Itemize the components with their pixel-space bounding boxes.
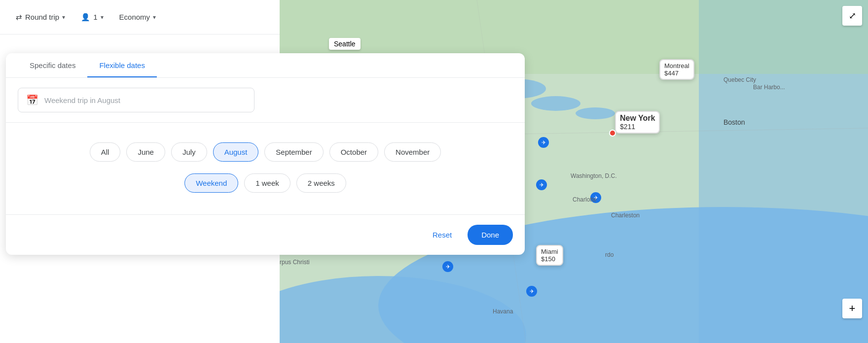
- date-picker-modal: Specific dates Flexible dates 📅 Weekend …: [6, 53, 525, 255]
- month-filter-july[interactable]: July: [171, 142, 207, 162]
- tab-flexible-dates[interactable]: Flexible dates: [87, 53, 157, 77]
- city-pin-miami[interactable]: Miami $150: [536, 245, 563, 266]
- city-price-newyork: $211: [620, 123, 655, 131]
- city-label-washington: Washington, D.C.: [571, 172, 617, 179]
- expand-icon: ⤢: [849, 10, 856, 21]
- month-filter-october[interactable]: October: [329, 142, 378, 162]
- month-filter-row: All June July August September October N…: [18, 142, 513, 162]
- class-label: Economy: [119, 13, 150, 21]
- top-bar: ⇄ Round trip ▾ 👤 1 ▾ Economy ▾: [0, 0, 280, 34]
- city-label-orlando: rdo: [605, 251, 614, 258]
- origin-marker: [609, 130, 616, 137]
- flight-marker-9: ✈: [442, 261, 453, 272]
- round-trip-button[interactable]: ⇄ Round trip ▾: [10, 9, 71, 26]
- city-label-havana: Havana: [493, 308, 513, 315]
- class-chevron: ▾: [153, 14, 156, 21]
- city-pin-montreal[interactable]: Montreal $447: [659, 59, 694, 80]
- modal-footer: Reset Done: [6, 214, 525, 255]
- city-label-barharbor: Bar Harbo...: [753, 84, 785, 91]
- passengers-chevron: ▾: [101, 14, 104, 21]
- expand-map-button[interactable]: ⤢: [842, 6, 862, 26]
- zoom-in-button[interactable]: +: [842, 299, 862, 318]
- filter-section: All June July August September October N…: [6, 123, 525, 214]
- svg-point-5: [531, 96, 580, 111]
- reset-button[interactable]: Reset: [425, 227, 460, 243]
- round-trip-icon: ⇄: [16, 13, 22, 22]
- flight-marker-3: ✈: [538, 137, 549, 148]
- city-label-charleston: Charleston: [611, 212, 640, 219]
- city-name-miami: Miami: [541, 248, 558, 255]
- round-trip-label: Round trip: [25, 13, 59, 21]
- done-button[interactable]: Done: [468, 225, 513, 245]
- passengers-icon: 👤: [81, 13, 90, 22]
- duration-filter-row: Weekend 1 week 2 weeks: [18, 173, 513, 193]
- round-trip-chevron: ▾: [62, 14, 65, 21]
- city-price-montreal: $447: [664, 69, 689, 77]
- month-filter-september[interactable]: September: [264, 142, 323, 162]
- city-pin-newyork[interactable]: New York $211: [615, 111, 660, 134]
- city-name-montreal: Montreal: [664, 62, 689, 69]
- date-input-field[interactable]: 📅 Weekend trip in August: [18, 88, 254, 112]
- city-label-quebec: Quebec City: [723, 76, 756, 83]
- month-filter-june[interactable]: June: [126, 142, 165, 162]
- date-input-section: 📅 Weekend trip in August: [6, 78, 525, 123]
- duration-filter-weekend[interactable]: Weekend: [184, 173, 238, 193]
- passengers-count: 1: [93, 13, 97, 21]
- flight-marker-5: ✈: [536, 179, 547, 190]
- duration-filter-1week[interactable]: 1 week: [244, 173, 290, 193]
- zoom-plus-icon: +: [849, 302, 856, 315]
- month-filter-all[interactable]: All: [90, 142, 121, 162]
- city-label-charlotte: Charlotte: [573, 196, 597, 203]
- calendar-icon: 📅: [26, 94, 38, 106]
- class-button[interactable]: Economy ▾: [113, 9, 162, 25]
- city-label-corpuschristi: rpus Christi: [280, 259, 310, 266]
- modal-tabs: Specific dates Flexible dates: [6, 53, 525, 78]
- svg-point-6: [576, 107, 615, 119]
- city-price-miami: $150: [541, 255, 558, 263]
- seattle-label: Seattle: [329, 38, 361, 50]
- city-name-newyork: New York: [620, 114, 655, 123]
- passengers-button[interactable]: 👤 1 ▾: [75, 9, 109, 26]
- duration-filter-2weeks[interactable]: 2 weeks: [296, 173, 346, 193]
- date-input-placeholder: Weekend trip in August: [44, 96, 120, 104]
- city-label-boston: Boston: [723, 118, 745, 126]
- tab-specific-dates[interactable]: Specific dates: [18, 53, 87, 77]
- flight-marker-10: ✈: [526, 286, 537, 297]
- month-filter-november[interactable]: November: [384, 142, 441, 162]
- month-filter-august[interactable]: August: [213, 142, 259, 162]
